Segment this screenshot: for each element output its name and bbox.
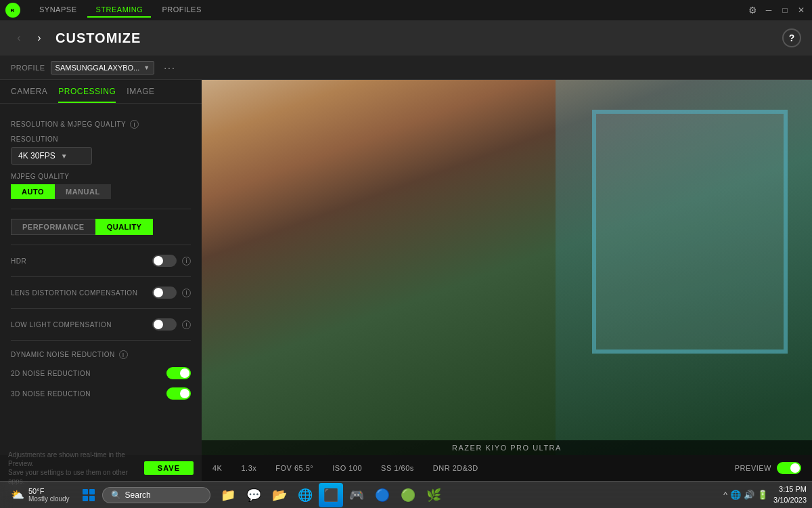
lens-info-icon[interactable]: i (182, 289, 191, 297)
hdr-label: HDR (11, 257, 147, 265)
settings-icon[interactable]: ⚙ (747, 5, 758, 16)
weather-icon: ⛅ (11, 488, 24, 501)
noise3d-row: 3D NOISE REDUCTION (11, 387, 191, 400)
weather-widget: ⛅ 50°F Mostly cloudy (5, 484, 75, 505)
start-button[interactable] (78, 484, 99, 506)
taskbar-app-chat[interactable]: 💬 (242, 483, 266, 507)
tab-profiles[interactable]: PROFILES (154, 3, 209, 18)
tab-image[interactable]: IMAGE (127, 87, 154, 103)
section-tabs: CAMERA PROCESSING IMAGE (0, 80, 202, 104)
stat-fov: FOV 65.5° (275, 464, 313, 472)
speaker-icon[interactable]: 🔊 (744, 490, 754, 500)
profile-more-button[interactable]: ··· (160, 61, 180, 75)
windows-icon (83, 489, 95, 501)
camera-name-bar: RAZER KIYO PRO ULTRA (202, 440, 812, 455)
window-element (592, 110, 788, 354)
left-panel: CAMERA PROCESSING IMAGE RESOLUTION & MJP… (0, 80, 202, 455)
chevron-up-icon[interactable]: ^ (723, 490, 727, 500)
profile-dropdown[interactable]: SAMSUNGGALAXYBO... ▼ (51, 61, 155, 75)
divider-1 (11, 209, 191, 209)
performance-button[interactable]: PERFORMANCE (11, 219, 95, 235)
stat-dnr: DNR 2D&3D (433, 464, 478, 472)
performance-quality-group: PERFORMANCE QUALITY (11, 219, 191, 235)
clock-date: 3/10/2023 (773, 495, 807, 505)
preview-label: PREVIEW (735, 464, 771, 472)
low-light-info-icon[interactable]: i (182, 320, 191, 329)
help-button[interactable]: ? (782, 28, 801, 47)
quality-button[interactable]: QUALITY (95, 219, 154, 235)
back-button[interactable]: ‹ (11, 30, 27, 46)
window-controls: ⚙ ─ □ ✕ (747, 5, 807, 16)
tab-processing[interactable]: PROCESSING (58, 87, 116, 103)
lens-label: LENS DISTORTION COMPENSATION (11, 289, 147, 297)
taskbar-sys-icons: ^ 🌐 🔊 🔋 (723, 490, 768, 500)
save-button[interactable]: SAVE (144, 461, 194, 475)
resolution-label: RESOLUTION (11, 135, 191, 143)
page-title: CUSTOMIZE (55, 30, 141, 46)
preview-toggle[interactable] (777, 462, 801, 474)
profile-label: PROFILE (11, 64, 45, 72)
dnr-info-icon[interactable]: i (119, 350, 128, 359)
divider-4 (11, 308, 191, 309)
tab-synapse[interactable]: SYNAPSE (31, 3, 85, 18)
low-light-label: LOW LIGHT COMPENSATION (11, 321, 147, 329)
taskbar-clock[interactable]: 3:15 PM 3/10/2023 (773, 484, 807, 505)
low-light-toggle[interactable] (152, 318, 177, 331)
tab-camera[interactable]: CAMERA (11, 87, 47, 103)
taskbar-app-folder[interactable]: 📂 (267, 483, 292, 507)
settings-content: RESOLUTION & MJPEG QUALITY i RESOLUTION … (0, 112, 202, 410)
taskbar-app-store[interactable]: ⬛ (319, 483, 343, 507)
maximize-button[interactable]: □ (780, 5, 790, 16)
dnr-group-title: DYNAMIC NOISE REDUCTION i (11, 350, 191, 359)
title-bar: R SYNAPSE STREAMING PROFILES ⚙ ─ □ ✕ (0, 0, 812, 20)
minimize-button[interactable]: ─ (763, 5, 774, 16)
noise2d-toggle[interactable] (166, 367, 191, 379)
mjpeg-toggle-group: AUTO MANUAL (11, 184, 191, 199)
auto-button[interactable]: AUTO (11, 184, 55, 199)
taskbar-app-other[interactable]: 🌿 (422, 483, 446, 507)
profile-bar: PROFILE SAMSUNGGALAXYBO... ▼ ··· (0, 56, 812, 80)
manual-button[interactable]: MANUAL (55, 184, 111, 199)
divider-3 (11, 276, 191, 277)
chevron-down-icon: ▼ (61, 152, 68, 160)
resolution-value: 4K 30FPS (18, 151, 55, 161)
stat-resolution: 4K (212, 464, 222, 472)
hdr-toggle[interactable] (152, 255, 177, 267)
stat-ss: SS 1/60s (381, 464, 414, 472)
clock-time: 3:15 PM (773, 484, 807, 494)
lens-toggle[interactable] (152, 287, 177, 299)
preview-image: RAZER KIYO PRO ULTRA (202, 80, 812, 455)
taskbar-app-files[interactable]: 📁 (216, 483, 240, 507)
taskbar-right: ^ 🌐 🔊 🔋 3:15 PM 3/10/2023 (723, 484, 807, 505)
stat-iso: ISO 100 (332, 464, 362, 472)
full-bottom-bar: Adjustments are shown real-time in the P… (0, 455, 812, 481)
taskbar-apps: 📁 💬 📂 🌐 ⬛ 🎮 🔵 🟢 🌿 (216, 483, 446, 507)
divider-2 (11, 245, 191, 245)
taskbar-app-edge[interactable]: 🌐 (293, 483, 317, 507)
middle-section: CAMERA PROCESSING IMAGE RESOLUTION & MJP… (0, 80, 812, 455)
hdr-info-icon[interactable]: i (182, 257, 191, 266)
resolution-info-icon[interactable]: i (130, 120, 139, 129)
tab-streaming[interactable]: STREAMING (87, 3, 151, 18)
resolution-group-title: RESOLUTION & MJPEG QUALITY i (11, 120, 191, 129)
nav-tabs: SYNAPSE STREAMING PROFILES (31, 3, 210, 18)
lens-distortion-row: LENS DISTORTION COMPENSATION i (11, 287, 191, 299)
taskbar-search[interactable]: 🔍 Search (102, 487, 210, 503)
hdr-row: HDR i (11, 255, 191, 267)
taskbar-app-discord[interactable]: 🔵 (370, 483, 394, 507)
close-button[interactable]: ✕ (796, 5, 807, 16)
network-icon[interactable]: 🌐 (730, 490, 741, 500)
battery-icon[interactable]: 🔋 (757, 490, 768, 500)
camera-name-text: RAZER KIYO PRO ULTRA (452, 444, 562, 452)
noise2d-label: 2D NOISE REDUCTION (11, 370, 161, 377)
nav-arrows: ‹ › (11, 30, 47, 46)
forward-button[interactable]: › (31, 30, 47, 46)
taskbar-app-razer[interactable]: 🟢 (396, 483, 420, 507)
resolution-dropdown[interactable]: 4K 30FPS ▼ (11, 147, 92, 165)
right-stats: 4K 1.3x FOV 65.5° ISO 100 SS 1/60s DNR 2… (202, 455, 812, 481)
noise3d-toggle[interactable] (166, 387, 191, 400)
taskbar-app-xbox[interactable]: 🎮 (344, 483, 369, 507)
stat-zoom: 1.3x (241, 464, 256, 472)
search-placeholder: Search (125, 490, 151, 500)
left-actions: Adjustments are shown real-time in the P… (0, 455, 202, 481)
